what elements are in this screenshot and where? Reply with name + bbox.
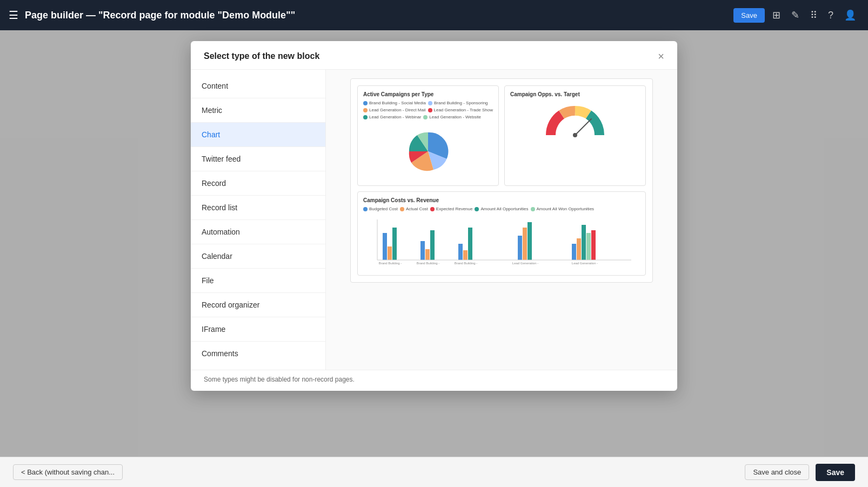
svg-rect-8: [430, 230, 435, 260]
block-item-comments[interactable]: Comments: [191, 342, 325, 365]
svg-rect-3: [383, 233, 387, 260]
svg-text:Social Media: Social Media: [419, 265, 437, 265]
grid-view-icon[interactable]: ⊞: [769, 7, 784, 23]
dialog-title: Select type of the new block: [204, 51, 319, 61]
help-icon[interactable]: ?: [825, 8, 837, 23]
pie-legend-item: Lead Generation - Direct Mail: [363, 108, 426, 112]
user-icon[interactable]: 👤: [841, 7, 859, 23]
pie-legend-item: Lead Generation - Webinar: [363, 115, 421, 119]
svg-rect-11: [468, 228, 472, 260]
gauge-chart-title: Campaign Opps. vs. Target: [510, 91, 640, 97]
legend-label: Amount All Won Opportunities: [537, 206, 595, 211]
bottombar: < Back (without saving chan... Save and …: [0, 457, 868, 487]
legend-label: Actual Cost: [406, 206, 428, 211]
gauge-chart-svg: [543, 103, 607, 141]
bar-legend-item: Amount All Opportunities: [475, 206, 528, 211]
block-item-calendar[interactable]: Calendar: [191, 244, 325, 269]
block-item-metric[interactable]: Metric: [191, 98, 325, 123]
pie-chart-container: [363, 123, 493, 180]
bar-chart-title: Campaign Costs vs. Revenue: [363, 197, 640, 203]
legend-label: Brand Building - Sponsoring: [434, 101, 488, 105]
block-item-content[interactable]: Content: [191, 74, 325, 98]
gauge-chart-container: [510, 101, 640, 143]
dialog-footer: Some types might be disabled for non-rec…: [191, 370, 677, 391]
block-item-record-organizer[interactable]: Record organizer: [191, 293, 325, 317]
topbar-save-button[interactable]: Save: [733, 8, 765, 23]
bar-chart-card: Campaign Costs vs. Revenue Budgeted Cost…: [357, 191, 646, 276]
save-close-button[interactable]: Save and close: [745, 464, 809, 480]
bar-chart-legend: Budgeted CostActual CostExpected Revenue…: [363, 206, 640, 211]
svg-text:Print advertisement: Print advertisement: [377, 265, 403, 265]
pie-legend-item: Brand Building - Sponsoring: [428, 101, 488, 105]
legend-dot: [363, 108, 368, 112]
block-item-chart[interactable]: Chart: [191, 123, 325, 147]
legend-dot: [423, 115, 428, 119]
topbar: ☰ Page builder — "Record page for module…: [0, 0, 868, 30]
legend-label: Amount All Opportunities: [480, 206, 528, 211]
gauge-chart-card: Campaign Opps. vs. Target: [504, 85, 646, 186]
svg-rect-14: [528, 222, 532, 260]
svg-line-1: [575, 119, 591, 135]
legend-label: Brand Building - Social Media: [369, 101, 426, 105]
legend-dot: [428, 101, 432, 105]
pie-legend-item: Brand Building - Social Media: [363, 101, 426, 105]
topbar-actions: Save ⊞ ✎ ⠿ ? 👤: [733, 7, 859, 23]
legend-label: Lead Generation - Direct Mail: [369, 108, 426, 112]
edit-icon[interactable]: ✎: [788, 7, 803, 23]
dialog-header: Select type of the new block ×: [191, 41, 677, 70]
legend-dot: [430, 207, 435, 211]
footer-note: Some types might be disabled for non-rec…: [204, 376, 355, 383]
legend-dot: [428, 108, 432, 112]
svg-rect-12: [518, 236, 522, 260]
svg-rect-5: [392, 228, 397, 260]
svg-rect-10: [463, 250, 468, 260]
svg-text:Trade Show: Trade Show: [517, 265, 533, 265]
svg-text:Sponsoring: Sponsoring: [458, 265, 473, 265]
svg-rect-18: [586, 233, 591, 260]
block-item-record[interactable]: Record: [191, 171, 325, 196]
svg-rect-6: [420, 241, 425, 260]
preview-area: Active Campaigns per Type Brand Building…: [326, 70, 677, 370]
block-item-record-list[interactable]: Record list: [191, 196, 325, 220]
svg-rect-15: [572, 244, 576, 260]
legend-label: Lead Generation - Trade Show: [434, 108, 493, 112]
svg-rect-13: [523, 228, 527, 260]
svg-point-2: [573, 133, 577, 137]
bar-chart-svg: Brand Building - Print advertisement Bra…: [363, 217, 640, 265]
bar-legend-item: Budgeted Cost: [363, 206, 398, 211]
pie-legend-item: Lead Generation - Trade Show: [428, 108, 493, 112]
pie-chart-svg: [404, 127, 452, 176]
dialog-body: ContentMetricChartTwitter feedRecordReco…: [191, 70, 677, 370]
legend-dot: [400, 207, 404, 211]
svg-rect-9: [458, 244, 463, 260]
block-item-file[interactable]: File: [191, 269, 325, 293]
block-item-automation[interactable]: Automation: [191, 220, 325, 244]
close-button[interactable]: ×: [658, 51, 664, 62]
legend-dot: [475, 207, 479, 211]
svg-rect-16: [577, 238, 581, 260]
chart-grid: Active Campaigns per Type Brand Building…: [357, 85, 646, 276]
legend-dot: [363, 207, 368, 211]
block-item-twitter-feed[interactable]: Twitter feed: [191, 147, 325, 171]
block-item-iframe[interactable]: IFrame: [191, 317, 325, 342]
legend-dot: [531, 207, 535, 211]
legend-label: Lead Generation - Website: [429, 115, 480, 119]
legend-dot: [363, 101, 368, 105]
bar-chart-container: Brand Building - Print advertisement Bra…: [363, 215, 640, 270]
svg-rect-7: [425, 249, 430, 260]
svg-text:Website: Website: [579, 265, 590, 265]
pie-legend-item: Lead Generation - Website: [423, 115, 480, 119]
back-button[interactable]: < Back (without saving chan...: [13, 464, 123, 480]
legend-label: Budgeted Cost: [369, 206, 398, 211]
svg-rect-19: [591, 230, 596, 260]
page-title: Page builder — "Record page for module "…: [25, 10, 727, 21]
block-type-list: ContentMetricChartTwitter feedRecordReco…: [191, 70, 326, 370]
save-button[interactable]: Save: [816, 464, 855, 481]
apps-icon[interactable]: ⠿: [807, 7, 820, 23]
menu-icon[interactable]: ☰: [9, 9, 18, 22]
legend-dot: [363, 115, 368, 119]
modal-overlay: Select type of the new block × ContentMe…: [0, 30, 868, 457]
pie-chart-card: Active Campaigns per Type Brand Building…: [357, 85, 499, 186]
svg-rect-17: [582, 225, 586, 260]
bar-legend-item: Amount All Won Opportunities: [531, 206, 595, 211]
